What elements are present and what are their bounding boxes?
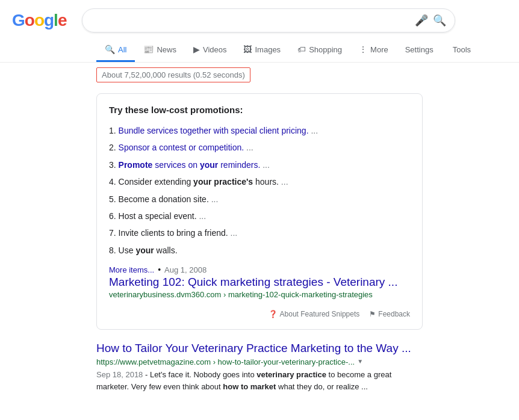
snippet-footer: ❓ About Featured Snippets ⚑ Feedback bbox=[109, 305, 410, 318]
item-num: 6. bbox=[109, 211, 116, 221]
tab-all[interactable]: 🔍 All bbox=[96, 39, 135, 62]
logo-letter-g: G bbox=[12, 11, 25, 30]
search-icons: 🎤 🔍 bbox=[415, 14, 446, 27]
settings-label: Settings bbox=[405, 45, 434, 54]
logo-letter-g2: g bbox=[44, 11, 54, 30]
logo-letter-e: e bbox=[58, 11, 67, 30]
snippet-result-title[interactable]: Marketing 102: Quick marketing strategie… bbox=[109, 276, 410, 289]
featured-snippet: Try these low-cost promotions: 1. Bundle… bbox=[96, 93, 423, 330]
item-num: 5. bbox=[109, 194, 116, 204]
feedback-icon: ⚑ bbox=[369, 310, 376, 318]
more-icon: ⋮ bbox=[359, 45, 367, 54]
settings-tab[interactable]: Settings bbox=[397, 39, 442, 62]
about-featured-snippets[interactable]: ❓ About Featured Snippets bbox=[269, 310, 360, 318]
list-item: 5. Become a donation site. ... bbox=[109, 191, 410, 208]
list-item: 4. Consider extending your practice's ho… bbox=[109, 173, 410, 190]
item-num: 2. bbox=[109, 143, 116, 152]
tab-news[interactable]: 📰 News bbox=[135, 39, 185, 62]
tools-tab[interactable]: Tools bbox=[444, 39, 479, 62]
videos-icon: ▶ bbox=[193, 45, 200, 54]
feedback-label: Feedback bbox=[378, 310, 410, 318]
second-result-snippet: Sep 18, 2018 - Let's face it. Nobody goe… bbox=[96, 369, 423, 392]
list-item: 6. Host a special event. ... bbox=[109, 208, 410, 224]
second-result-date: Sep 18, 2018 bbox=[96, 370, 143, 379]
item-num: 8. bbox=[109, 246, 116, 255]
nav-tabs: 🔍 All 📰 News ▶ Videos 🖼 Images 🏷 Shoppin… bbox=[0, 39, 519, 63]
dropdown-arrow-icon[interactable]: ▼ bbox=[357, 358, 363, 365]
item-link[interactable]: Promote services on your reminders. bbox=[119, 160, 261, 170]
snippet-title: Try these low-cost promotions: bbox=[109, 105, 410, 115]
second-result: How to Tailor Your Veterinary Practice M… bbox=[96, 342, 423, 392]
results-count: About 7,52,00,000 results (0.52 seconds) bbox=[96, 67, 250, 82]
main-content: Try these low-cost promotions: 1. Bundle… bbox=[0, 87, 519, 398]
search-button[interactable]: 🔍 bbox=[433, 14, 446, 27]
item-num: 1. bbox=[109, 126, 116, 135]
google-logo[interactable]: Google bbox=[12, 11, 66, 30]
tab-shopping-label: Shopping bbox=[309, 45, 342, 54]
item-num: 3. bbox=[109, 160, 116, 170]
snippet-list: 1. Bundle services together with special… bbox=[109, 122, 410, 259]
snippet-date: Aug 1, 2008 bbox=[164, 265, 207, 274]
second-result-url-row: https://www.petvetmagazine.com › how-to-… bbox=[96, 356, 423, 366]
list-item: 7. Invite clients to bring a friend. ... bbox=[109, 224, 410, 241]
item-link[interactable]: Sponsor a contest or competition. bbox=[119, 143, 244, 152]
list-item: 3. Promote services on your reminders. .… bbox=[109, 156, 410, 173]
search-input[interactable]: how to market your veterinary practice bbox=[91, 15, 415, 26]
snippet-result-url: veterinarybusiness.dvm360.com › marketin… bbox=[109, 290, 410, 299]
item-num: 4. bbox=[109, 177, 116, 187]
images-icon: 🖼 bbox=[243, 45, 252, 54]
all-icon: 🔍 bbox=[105, 45, 115, 54]
item-link[interactable]: Bundle services together with special cl… bbox=[119, 126, 309, 135]
microphone-icon[interactable]: 🎤 bbox=[415, 14, 428, 27]
about-snippets-label: About Featured Snippets bbox=[280, 310, 360, 318]
news-icon: 📰 bbox=[143, 45, 154, 54]
logo-letter-o1: o bbox=[25, 11, 34, 30]
tab-more[interactable]: ⋮ More bbox=[350, 39, 397, 62]
more-items: More items... • Aug 1, 2008 bbox=[109, 265, 410, 274]
tools-label: Tools bbox=[453, 45, 471, 54]
tab-all-label: All bbox=[118, 45, 126, 54]
logo-letter-l: l bbox=[54, 11, 58, 30]
second-result-url: https://www.petvetmagazine.com › how-to-… bbox=[96, 357, 355, 366]
item-num: 7. bbox=[109, 228, 116, 238]
list-item: 8. Use your walls. bbox=[109, 242, 410, 259]
nav-settings: Settings Tools bbox=[397, 39, 479, 62]
tab-images[interactable]: 🖼 Images bbox=[235, 39, 289, 62]
tab-videos-label: Videos bbox=[203, 45, 227, 54]
second-result-title[interactable]: How to Tailor Your Veterinary Practice M… bbox=[96, 342, 423, 355]
shopping-icon: 🏷 bbox=[297, 45, 306, 54]
tab-news-label: News bbox=[157, 45, 176, 54]
list-item: 2. Sponsor a contest or competition. ... bbox=[109, 139, 410, 156]
feedback-button[interactable]: ⚑ Feedback bbox=[369, 310, 410, 318]
question-icon: ❓ bbox=[269, 310, 278, 318]
tab-more-label: More bbox=[370, 45, 388, 54]
results-count-wrapper: About 7,52,00,000 results (0.52 seconds) bbox=[0, 63, 519, 87]
tab-images-label: Images bbox=[255, 45, 281, 54]
header: Google how to market your veterinary pra… bbox=[0, 0, 519, 39]
bullet: • bbox=[158, 265, 161, 274]
search-bar: how to market your veterinary practice 🎤… bbox=[82, 8, 455, 32]
logo-letter-o2: o bbox=[34, 11, 44, 30]
more-items-link[interactable]: More items... bbox=[109, 265, 154, 274]
tab-shopping[interactable]: 🏷 Shopping bbox=[289, 39, 350, 62]
list-item: 1. Bundle services together with special… bbox=[109, 122, 410, 139]
tab-videos[interactable]: ▶ Videos bbox=[185, 39, 235, 62]
